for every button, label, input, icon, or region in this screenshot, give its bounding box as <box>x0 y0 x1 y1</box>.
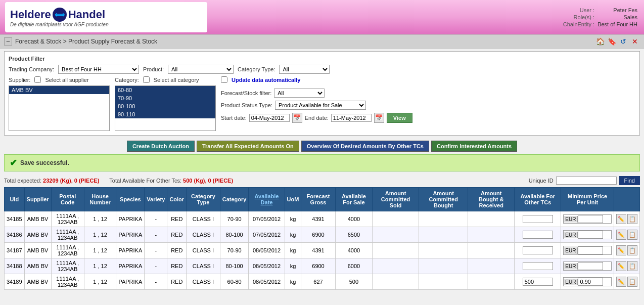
confirm-interested-button[interactable]: Confirm Interested Amounts <box>431 141 517 152</box>
trading-company-select[interactable]: Best of Four HH <box>58 65 139 74</box>
minimize-icon: ─ <box>7 39 10 44</box>
minimize-button[interactable]: ─ <box>4 37 12 46</box>
col-amount-comm-sold: Amount Committed Sold <box>373 188 419 211</box>
avail-other-tcs-input[interactable] <box>523 215 553 223</box>
copy-row-button[interactable]: 📋 <box>627 214 637 224</box>
copy-row-button[interactable]: 📋 <box>627 245 637 255</box>
row-actions-cell[interactable]: ✏️ 📋 <box>614 274 639 290</box>
start-date-input[interactable] <box>249 114 290 122</box>
row-actions-cell[interactable]: ✏️ 📋 <box>614 258 639 274</box>
avail-other-tcs-cell[interactable] <box>515 211 561 227</box>
product-filter: Product Filter Trading Company: Best of … <box>4 51 640 136</box>
table-cell: CLASS I <box>187 243 220 258</box>
bookmark-icon[interactable]: 🔖 <box>607 36 617 47</box>
view-button[interactable]: View <box>387 113 412 123</box>
min-price-input[interactable] <box>578 262 603 270</box>
copy-row-button[interactable]: 📋 <box>627 277 637 287</box>
update-auto-label[interactable]: Update data automatically <box>232 77 300 83</box>
forecast-filter-select[interactable]: All <box>274 89 325 98</box>
update-auto-row: Update data automatically <box>221 76 412 83</box>
avail-other-tcs-input[interactable] <box>523 231 553 239</box>
category-item-90-110[interactable]: 90-110 <box>115 110 215 118</box>
table-cell: AMB BV <box>24 258 51 274</box>
update-auto-checkbox[interactable] <box>221 76 227 83</box>
refresh-icon[interactable]: ↺ <box>618 36 628 47</box>
category-item-70-90[interactable]: 70-90 <box>115 94 215 102</box>
overview-desired-button[interactable]: Overview Of Desired Amounts By Other TCs <box>301 141 429 152</box>
start-date-calendar-button[interactable]: 📅 <box>292 113 302 123</box>
transfer-amounts-button[interactable]: Transfer All Expected Amounts On <box>197 141 299 152</box>
supplier-list[interactable]: AMB BV <box>9 85 110 131</box>
eur-input-wrap: EUR <box>563 246 612 255</box>
avail-other-tcs-input[interactable] <box>523 278 553 286</box>
col-avail-other-tcs: Available For Other TCs <box>515 188 561 211</box>
home-icon[interactable]: 🏠 <box>595 36 605 47</box>
unique-id-input[interactable] <box>556 177 617 185</box>
min-price-cell[interactable]: EUR <box>561 211 614 227</box>
category-section: Category: Select all category 60-80 70-9… <box>115 76 216 131</box>
table-cell: PAPRIKA <box>116 258 145 274</box>
category-item-60-80[interactable]: 60-80 <box>115 86 215 94</box>
min-price-input[interactable] <box>578 215 603 223</box>
table-cell <box>373 227 419 243</box>
unique-id-label: Unique ID <box>529 178 554 184</box>
eur-label: EUR <box>564 263 578 270</box>
table-cell: kg <box>285 227 301 243</box>
edit-row-button[interactable]: ✏️ <box>616 245 626 255</box>
available-date-sort-link[interactable]: Available Date <box>255 193 279 205</box>
table-cell: 1111AA , 1234AB <box>51 243 84 258</box>
min-price-input[interactable] <box>578 246 603 254</box>
avail-other-tcs-input[interactable] <box>523 246 553 254</box>
min-price-input[interactable] <box>578 231 603 239</box>
col-category: Category <box>220 188 249 211</box>
table-cell: RED <box>167 274 187 290</box>
row-actions-cell[interactable]: ✏️ 📋 <box>614 243 639 258</box>
close-icon[interactable]: ✕ <box>630 36 640 47</box>
category-list[interactable]: 60-80 70-90 80-100 90-110 <box>115 85 216 131</box>
select-all-category-label: Select all category <box>154 77 199 83</box>
min-price-cell[interactable]: EUR <box>561 274 614 290</box>
find-button[interactable]: Find <box>619 176 640 185</box>
edit-row-button[interactable]: ✏️ <box>616 277 626 287</box>
select-all-category-checkbox[interactable] <box>143 76 150 83</box>
row-action-icons: ✏️ 📋 <box>616 214 637 224</box>
create-dutch-auction-button[interactable]: Create Dutch Auction <box>127 141 195 152</box>
avail-other-tcs-cell[interactable] <box>515 258 561 274</box>
total-expected-label: Total expected: <box>4 178 41 184</box>
table-cell: 70-90 <box>220 211 249 227</box>
nav-icons: 🏠 🔖 ↺ ✕ <box>595 36 640 47</box>
min-price-cell[interactable]: EUR <box>561 227 614 243</box>
product-select[interactable]: All <box>168 65 234 74</box>
table-cell <box>468 274 515 290</box>
end-date-calendar-button[interactable]: 📅 <box>374 113 384 123</box>
supplier-item-amb-bv[interactable]: AMB BV <box>9 86 109 94</box>
min-price-cell[interactable]: EUR <box>561 243 614 258</box>
supplier-section: Supplier: Select all supplier AMB BV <box>9 76 110 131</box>
table-cell: CLASS I <box>187 211 220 227</box>
min-price-cell[interactable]: EUR <box>561 258 614 274</box>
edit-row-button[interactable]: ✏️ <box>616 214 626 224</box>
edit-row-button[interactable]: ✏️ <box>616 261 626 271</box>
row-actions-cell[interactable]: ✏️ 📋 <box>614 227 639 243</box>
date-row: Start date: 📅 End date: 📅 View <box>221 113 412 123</box>
select-all-supplier-checkbox[interactable] <box>34 76 41 83</box>
row-actions-cell[interactable]: ✏️ 📋 <box>614 211 639 227</box>
edit-row-button[interactable]: ✏️ <box>616 230 626 240</box>
category-type-select[interactable]: All <box>279 65 330 74</box>
category-type-label: Category Type: <box>238 66 275 72</box>
table-cell: 60-80 <box>220 274 249 290</box>
copy-row-button[interactable]: 📋 <box>627 230 637 240</box>
end-date-input[interactable] <box>331 114 372 122</box>
table-cell: 500 <box>335 274 372 290</box>
avail-other-tcs-input[interactable] <box>523 262 553 270</box>
product-label: Product: <box>143 66 164 72</box>
table-cell: - <box>145 258 167 274</box>
avail-other-tcs-cell[interactable] <box>515 243 561 258</box>
category-item-80-100[interactable]: 80-100 <box>115 102 215 110</box>
copy-row-button[interactable]: 📋 <box>627 261 637 271</box>
nav-title: Forecast & Stock > Product Supply Foreca… <box>15 38 157 45</box>
min-price-input[interactable] <box>578 278 603 286</box>
product-status-select[interactable]: Product Available for Sale <box>275 101 366 110</box>
avail-other-tcs-cell[interactable] <box>515 274 561 290</box>
avail-other-tcs-cell[interactable] <box>515 227 561 243</box>
